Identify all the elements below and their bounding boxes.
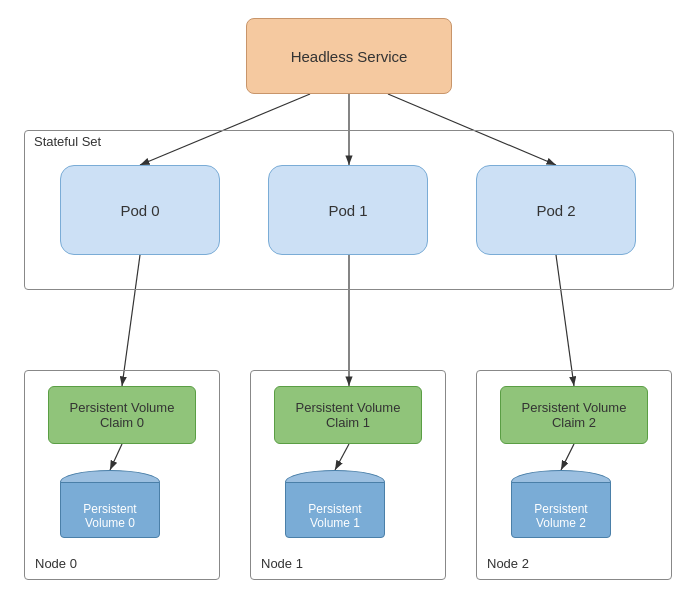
pod-1-label: Pod 1	[328, 202, 367, 219]
pvc-1-label: Persistent VolumeClaim 1	[296, 400, 401, 430]
pv-1-cylinder: PersistentVolume 1	[285, 470, 385, 538]
pod-2-label: Pod 2	[536, 202, 575, 219]
pv-1-cyl-body: PersistentVolume 1	[285, 482, 385, 538]
pod-2-box: Pod 2	[476, 165, 636, 255]
pvc-0-label: Persistent VolumeClaim 0	[70, 400, 175, 430]
headless-service-label: Headless Service	[291, 48, 408, 65]
stateful-set-label: Stateful Set	[34, 134, 101, 149]
pv-2-cylinder: PersistentVolume 2	[511, 470, 611, 538]
pvc-0-box: Persistent VolumeClaim 0	[48, 386, 196, 444]
pod-1-box: Pod 1	[268, 165, 428, 255]
pv-1-label: PersistentVolume 1	[308, 502, 361, 530]
node-2-label: Node 2	[487, 556, 529, 571]
node-1-label: Node 1	[261, 556, 303, 571]
pvc-2-box: Persistent VolumeClaim 2	[500, 386, 648, 444]
pv-0-cylinder: PersistentVolume 0	[60, 470, 160, 538]
pv-0-cyl-body: PersistentVolume 0	[60, 482, 160, 538]
pod-0-box: Pod 0	[60, 165, 220, 255]
node-0-label: Node 0	[35, 556, 77, 571]
pv-2-cyl-body: PersistentVolume 2	[511, 482, 611, 538]
pod-0-label: Pod 0	[120, 202, 159, 219]
diagram-container: Headless Service Stateful Set Pod 0 Pod …	[0, 0, 696, 612]
pv-2-label: PersistentVolume 2	[534, 502, 587, 530]
pv-0-label: PersistentVolume 0	[83, 502, 136, 530]
pvc-2-label: Persistent VolumeClaim 2	[522, 400, 627, 430]
headless-service-box: Headless Service	[246, 18, 452, 94]
pvc-1-box: Persistent VolumeClaim 1	[274, 386, 422, 444]
